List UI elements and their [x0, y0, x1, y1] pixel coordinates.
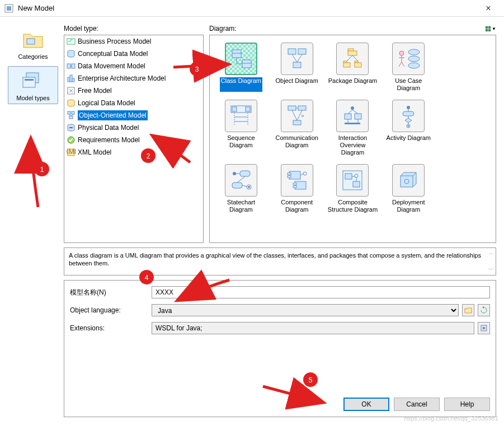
- model-type-label: Model type:: [64, 25, 204, 32]
- svg-rect-5: [25, 79, 34, 81]
- extensions-manage-button[interactable]: [478, 322, 490, 334]
- close-button[interactable]: ×: [477, 0, 500, 17]
- model-type-item-selected[interactable]: Object-Oriented Model: [64, 109, 203, 122]
- diagram-item-statechart[interactable]: Statechart Diagram: [214, 161, 268, 216]
- object-language-label: Object language:: [70, 306, 148, 314]
- diagram-item-interaction[interactable]: Interaction Overview Diagram: [326, 97, 380, 159]
- diagram-item-object[interactable]: Object Diagram: [270, 40, 324, 95]
- extensions-label: Extensions:: [70, 324, 148, 332]
- svg-point-52: [407, 106, 410, 109]
- svg-rect-23: [232, 50, 241, 58]
- svg-rect-64: [288, 176, 291, 178]
- diagram-label: Diagram:: [209, 25, 237, 32]
- model-type-item[interactable]: Business Process Model: [64, 35, 203, 48]
- svg-rect-67: [293, 186, 296, 188]
- communication-diagram-icon: [285, 104, 309, 128]
- object-diagram-icon: [285, 46, 309, 71]
- model-type-list[interactable]: Business Process Model Conceptual Data M…: [64, 35, 204, 243]
- window-title: New Model: [18, 4, 477, 12]
- refresh-button[interactable]: [478, 304, 490, 316]
- svg-rect-1: [7, 6, 11, 11]
- diagram-item-usecase[interactable]: Use Case Diagram: [381, 40, 435, 95]
- open-folder-button[interactable]: [462, 304, 474, 316]
- dmm-icon: [67, 62, 76, 71]
- diagram-item-package[interactable]: Package Diagram: [326, 40, 380, 95]
- svg-rect-65: [295, 181, 306, 189]
- rail-model-types[interactable]: Model types: [8, 66, 58, 104]
- extensions-input[interactable]: [152, 322, 474, 334]
- svg-rect-49: [345, 114, 351, 119]
- ldm-icon: [67, 99, 76, 108]
- diagram-item-communication[interactable]: Communication Diagram: [270, 97, 324, 159]
- svg-rect-8: [67, 64, 70, 68]
- diagram-item-component[interactable]: Component Diagram: [270, 161, 324, 216]
- cdm-icon: [67, 49, 76, 58]
- svg-rect-30: [348, 49, 354, 51]
- svg-rect-10: [68, 77, 70, 82]
- svg-point-57: [233, 172, 236, 175]
- expand-up-icon[interactable]: ︿: [488, 249, 494, 257]
- xml-icon: XML: [67, 148, 76, 157]
- cancel-button[interactable]: Cancel: [394, 398, 440, 411]
- svg-point-39: [408, 63, 420, 68]
- diagram-item-sequence[interactable]: Sequence Diagram: [214, 97, 268, 159]
- svg-rect-16: [72, 111, 74, 114]
- oom-icon: [67, 111, 76, 120]
- model-type-item[interactable]: Data Movement Model: [64, 60, 203, 72]
- usecase-diagram-icon: [396, 46, 421, 71]
- package-diagram-icon: [340, 46, 365, 71]
- description-text: A class diagram is a UML diagram that pr…: [69, 251, 491, 267]
- svg-point-61: [248, 186, 250, 188]
- rail-categories-label: Categories: [18, 53, 48, 60]
- expand-down-icon[interactable]: ﹀: [488, 266, 494, 274]
- svg-point-48: [351, 106, 354, 110]
- model-type-item[interactable]: Conceptual Data Model: [64, 48, 203, 60]
- eam-icon: [67, 74, 76, 83]
- svg-rect-62: [289, 171, 300, 179]
- svg-rect-58: [240, 171, 250, 176]
- svg-point-75: [483, 327, 485, 329]
- model-type-item[interactable]: XMLXML Model: [64, 146, 203, 158]
- svg-rect-59: [232, 183, 242, 188]
- titlebar: New Model ×: [0, 0, 504, 17]
- diagram-item-deployment[interactable]: Deployment Diagram: [381, 161, 435, 216]
- model-name-input[interactable]: [152, 286, 490, 298]
- class-diagram-icon: [229, 46, 253, 71]
- pdm-icon: [67, 123, 76, 132]
- model-type-item[interactable]: Free Model: [64, 85, 203, 97]
- diagram-column: Diagram: ▼ Class Diagram: [209, 25, 496, 243]
- model-type-item[interactable]: Requirements Model: [64, 134, 203, 146]
- svg-rect-27: [288, 49, 296, 54]
- svg-rect-4: [23, 77, 35, 87]
- svg-point-68: [303, 172, 307, 175]
- composite-diagram-icon: [340, 168, 365, 193]
- book-icon: [480, 324, 488, 332]
- svg-rect-17: [69, 116, 73, 119]
- model-type-item[interactable]: Enterprise Architecture Model: [64, 72, 203, 85]
- bpm-icon: [67, 37, 76, 46]
- svg-rect-63: [288, 173, 291, 175]
- model-type-item[interactable]: Logical Data Model: [64, 97, 203, 109]
- help-button[interactable]: Help: [444, 398, 490, 411]
- diagram-item-class[interactable]: Class Diagram: [214, 40, 268, 95]
- view-toggle[interactable]: ▼: [486, 26, 496, 31]
- statechart-diagram-icon: [229, 168, 253, 193]
- diagram-grid[interactable]: Class Diagram Object Diagram Package Dia…: [209, 35, 496, 243]
- ok-button[interactable]: OK: [343, 398, 389, 411]
- svg-rect-25: [242, 60, 251, 68]
- grid-icon: [486, 26, 491, 31]
- object-language-select[interactable]: Java: [152, 304, 459, 316]
- left-rail: Categories Model types: [8, 25, 58, 417]
- sequence-diagram-icon: [229, 104, 253, 128]
- svg-rect-31: [348, 51, 357, 55]
- deployment-diagram-icon: [396, 168, 421, 193]
- diagram-item-composite[interactable]: Composite Structure Diagram: [326, 161, 380, 216]
- svg-rect-51: [345, 123, 360, 124]
- svg-rect-50: [355, 114, 361, 119]
- model-type-item[interactable]: Physical Data Model: [64, 122, 203, 134]
- rail-categories[interactable]: Categories: [8, 25, 58, 63]
- folder-open-icon: [464, 306, 472, 314]
- diagram-item-activity[interactable]: Activity Diagram: [381, 97, 435, 159]
- refresh-icon: [480, 306, 488, 314]
- svg-rect-66: [293, 183, 296, 185]
